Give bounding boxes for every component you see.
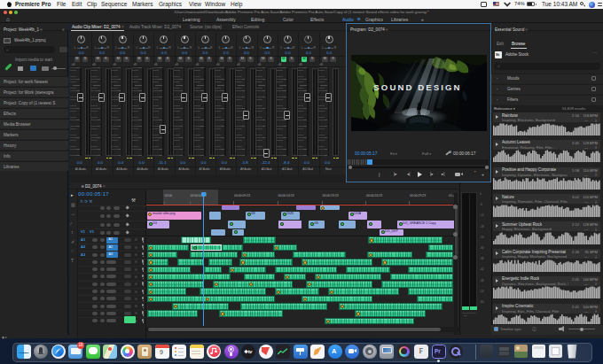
svg-text:SOUND DESIGN: SOUND DESIGN <box>373 82 461 92</box>
